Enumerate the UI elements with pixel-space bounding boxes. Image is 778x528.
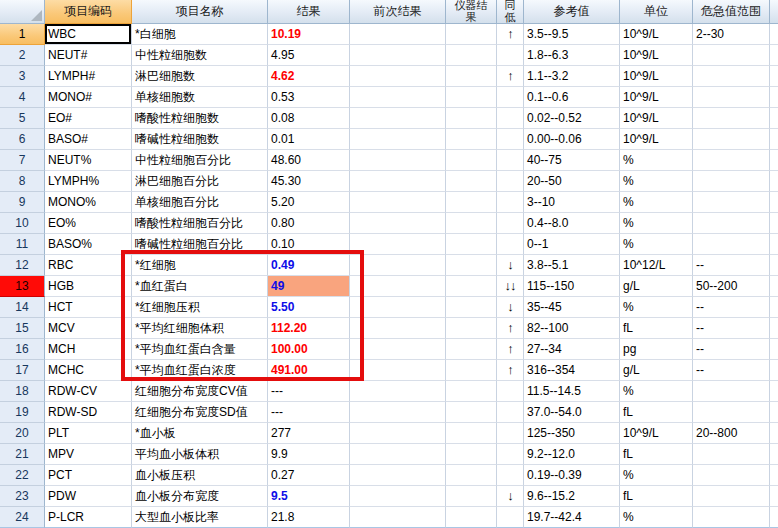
cell-instrument-result[interactable] [446, 465, 497, 486]
cell-result[interactable]: 45.30 [268, 171, 350, 192]
cell-result[interactable]: --- [268, 381, 350, 402]
cell-instrument-result[interactable] [446, 297, 497, 318]
cell-reference-range[interactable]: 3.8--5.1 [524, 255, 620, 276]
row-number[interactable]: 1 [0, 24, 45, 45]
cell-item-code[interactable]: LYMPH% [45, 171, 132, 192]
cell-item-name[interactable]: 淋巴细胞百分比 [132, 171, 268, 192]
cell-flag-arrow[interactable]: ↑ [497, 66, 524, 87]
cell-critical-range[interactable] [693, 150, 770, 171]
cell-reference-range[interactable]: 0.1--0.6 [524, 87, 620, 108]
cell-item-code[interactable]: EO% [45, 213, 132, 234]
cell-result[interactable]: 0.27 [268, 465, 350, 486]
cell-reference-range[interactable]: 1.8--6.3 [524, 45, 620, 66]
cell-instrument-result[interactable] [446, 381, 497, 402]
cell-reference-range[interactable]: 115--150 [524, 276, 620, 297]
cell-reference-range[interactable]: 9.6--15.2 [524, 486, 620, 507]
cell-critical-range[interactable]: -- [693, 297, 770, 318]
cell-critical-range[interactable] [693, 87, 770, 108]
cell-unit[interactable]: fL [620, 402, 693, 423]
cell-previous-result[interactable] [350, 507, 446, 528]
cell-instrument-result[interactable] [446, 339, 497, 360]
cell-item-name[interactable]: *平均血红蛋白含量 [132, 339, 268, 360]
cell-reference-range[interactable]: 0.02--0.52 [524, 108, 620, 129]
cell-instrument-result[interactable] [446, 255, 497, 276]
cell-instrument-result[interactable] [446, 66, 497, 87]
cell-item-name[interactable]: 嗜碱性粒细胞数 [132, 129, 268, 150]
cell-unit[interactable]: % [620, 234, 693, 255]
cell-previous-result[interactable] [350, 192, 446, 213]
cell-item-name[interactable]: *血红蛋白 [132, 276, 268, 297]
cell-result[interactable]: 0.01 [268, 129, 350, 150]
cell-instrument-result[interactable] [446, 108, 497, 129]
cell-item-name[interactable]: 红细胞分布宽度SD值 [132, 402, 268, 423]
cell-previous-result[interactable] [350, 213, 446, 234]
cell-result[interactable]: 21.8 [268, 507, 350, 528]
cell-critical-range[interactable]: -- [693, 360, 770, 381]
cell-previous-result[interactable] [350, 360, 446, 381]
cell-previous-result[interactable] [350, 423, 446, 444]
cell-previous-result[interactable] [350, 234, 446, 255]
cell-unit[interactable]: 10^9/L [620, 24, 693, 45]
row-number[interactable]: 19 [0, 402, 45, 423]
cell-reference-range[interactable]: 0.00--0.06 [524, 129, 620, 150]
cell-item-code[interactable]: NEUT% [45, 150, 132, 171]
cell-item-name[interactable]: 单核细胞百分比 [132, 192, 268, 213]
cell-instrument-result[interactable] [446, 192, 497, 213]
cell-item-code[interactable]: MCV [45, 318, 132, 339]
cell-item-code[interactable]: BASO# [45, 129, 132, 150]
cell-instrument-result[interactable] [446, 150, 497, 171]
cell-item-code[interactable]: PCT [45, 465, 132, 486]
row-number[interactable]: 22 [0, 465, 45, 486]
cell-instrument-result[interactable] [446, 45, 497, 66]
cell-unit[interactable]: % [620, 381, 693, 402]
cell-reference-range[interactable]: 0--1 [524, 234, 620, 255]
cell-unit[interactable]: 10^12/L [620, 255, 693, 276]
cell-unit[interactable]: % [620, 192, 693, 213]
cell-item-code[interactable]: MONO# [45, 87, 132, 108]
cell-unit[interactable]: % [620, 507, 693, 528]
cell-flag-arrow[interactable] [497, 129, 524, 150]
cell-item-name[interactable]: *平均血红蛋白浓度 [132, 360, 268, 381]
cell-result[interactable]: 5.20 [268, 192, 350, 213]
cell-item-name[interactable]: 单核细胞数 [132, 87, 268, 108]
cell-previous-result[interactable] [350, 255, 446, 276]
column-header-item-name[interactable]: 项目名称 [132, 0, 268, 24]
column-header-critical-range[interactable]: 危急值范围 [693, 0, 770, 24]
cell-flag-arrow[interactable] [497, 192, 524, 213]
cell-instrument-result[interactable] [446, 171, 497, 192]
cell-critical-range[interactable] [693, 465, 770, 486]
cell-item-code[interactable]: HGB [45, 276, 132, 297]
cell-previous-result[interactable] [350, 318, 446, 339]
cell-instrument-result[interactable] [446, 444, 497, 465]
column-header-unit[interactable]: 单位 [620, 0, 693, 24]
cell-unit[interactable]: 10^9/L [620, 108, 693, 129]
cell-result[interactable]: 4.62 [268, 66, 350, 87]
row-number[interactable]: 20 [0, 423, 45, 444]
row-number[interactable]: 6 [0, 129, 45, 150]
cell-unit[interactable]: fL [620, 444, 693, 465]
cell-flag-arrow[interactable] [497, 213, 524, 234]
cell-critical-range[interactable]: -- [693, 255, 770, 276]
cell-result[interactable]: 100.00 [268, 339, 350, 360]
cell-critical-range[interactable] [693, 192, 770, 213]
cell-item-name[interactable]: 嗜酸性粒细胞百分比 [132, 213, 268, 234]
row-number[interactable]: 21 [0, 444, 45, 465]
cell-flag-arrow[interactable] [497, 150, 524, 171]
column-header-flag[interactable]: 同低 [497, 0, 524, 24]
row-number[interactable]: 11 [0, 234, 45, 255]
cell-flag-arrow[interactable] [497, 381, 524, 402]
cell-result[interactable]: 491.00 [268, 360, 350, 381]
cell-item-name[interactable]: 中性粒细胞数 [132, 45, 268, 66]
cell-instrument-result[interactable] [446, 234, 497, 255]
column-header-instrument-result[interactable]: 仪器结果 [446, 0, 497, 24]
cell-unit[interactable]: 10^9/L [620, 66, 693, 87]
cell-reference-range[interactable]: 40--75 [524, 150, 620, 171]
cell-result[interactable]: 0.80 [268, 213, 350, 234]
cell-reference-range[interactable]: 0.19--0.39 [524, 465, 620, 486]
cell-flag-arrow[interactable]: ↑ [497, 318, 524, 339]
row-number[interactable]: 13 [0, 276, 45, 297]
row-number[interactable]: 9 [0, 192, 45, 213]
cell-item-name[interactable]: 平均血小板体积 [132, 444, 268, 465]
cell-previous-result[interactable] [350, 402, 446, 423]
cell-result[interactable]: 9.5 [268, 486, 350, 507]
